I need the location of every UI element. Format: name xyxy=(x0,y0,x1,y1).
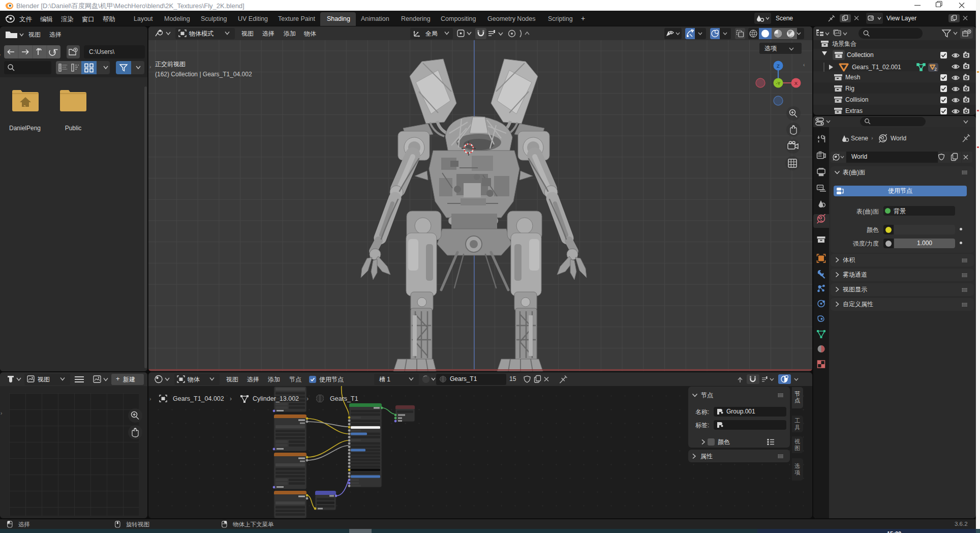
svg-text:-Y: -Y xyxy=(776,81,781,86)
svg-text:Gears_T1_02.001: Gears_T1_02.001 xyxy=(852,64,901,71)
svg-text:Mesh: Mesh xyxy=(845,74,860,81)
svg-text:Extras: Extras xyxy=(845,107,863,114)
svg-text:2: 2 xyxy=(934,67,937,72)
svg-text:Collision: Collision xyxy=(845,96,868,103)
svg-text:X: X xyxy=(794,80,798,86)
svg-text:场景集合: 场景集合 xyxy=(832,40,856,47)
svg-text:Rig: Rig xyxy=(845,85,854,92)
svg-text:Z: Z xyxy=(777,63,780,69)
svg-text:Collection: Collection xyxy=(847,51,874,58)
